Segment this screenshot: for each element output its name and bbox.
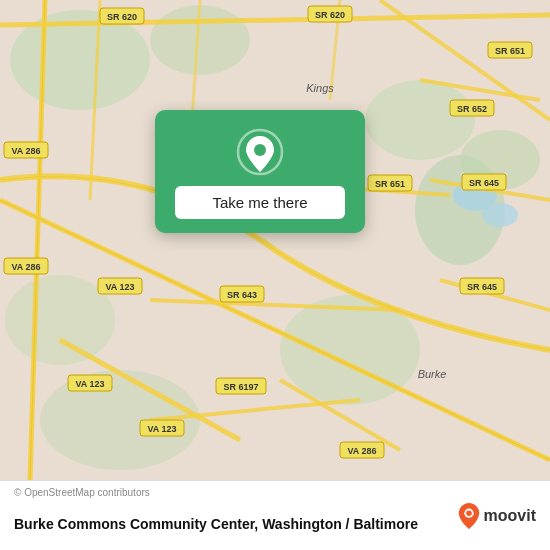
svg-point-10 (482, 203, 518, 227)
svg-text:SR 645: SR 645 (469, 178, 499, 188)
svg-text:Burke: Burke (418, 368, 447, 380)
svg-text:VA 123: VA 123 (105, 282, 134, 292)
svg-text:SR 651: SR 651 (495, 46, 525, 56)
svg-text:VA 123: VA 123 (147, 424, 176, 434)
location-pin-icon (236, 128, 284, 176)
svg-point-64 (466, 510, 472, 516)
svg-text:VA 286: VA 286 (11, 262, 40, 272)
moovit-logo: moovit (458, 503, 536, 529)
svg-text:SR 620: SR 620 (107, 12, 137, 22)
copyright-text: © OpenStreetMap contributors (14, 487, 150, 498)
navigation-card: Take me there (155, 110, 365, 233)
svg-text:SR 645: SR 645 (467, 282, 497, 292)
svg-text:VA 123: VA 123 (75, 379, 104, 389)
svg-text:SR 652: SR 652 (457, 104, 487, 114)
svg-text:SR 6197: SR 6197 (223, 382, 258, 392)
svg-text:SR 643: SR 643 (227, 290, 257, 300)
map-container: SR 620 SR 620 SR 651 SR 652 SR 651 SR 64… (0, 0, 550, 480)
svg-point-62 (254, 144, 266, 156)
bottom-bar: © OpenStreetMap contributors Burke Commo… (0, 480, 550, 550)
moovit-brand-text: moovit (484, 507, 536, 525)
take-me-there-button[interactable]: Take me there (175, 186, 345, 219)
svg-point-3 (365, 80, 475, 160)
svg-text:SR 651: SR 651 (375, 179, 405, 189)
moovit-pin-icon (458, 503, 480, 529)
svg-text:VA 286: VA 286 (11, 146, 40, 156)
svg-text:Kings: Kings (306, 82, 334, 94)
svg-text:SR 620: SR 620 (315, 10, 345, 20)
svg-text:VA 286: VA 286 (347, 446, 376, 456)
